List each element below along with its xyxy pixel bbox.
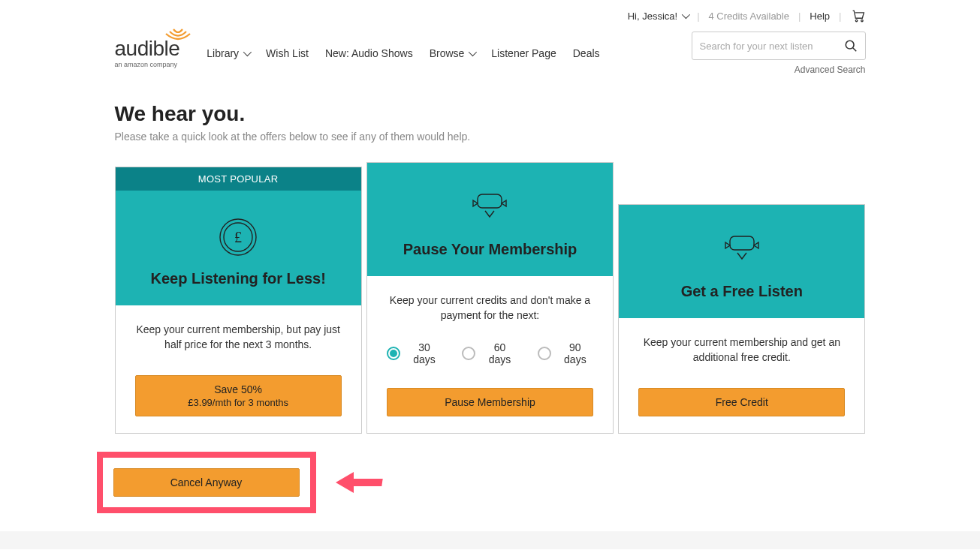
card-desc: Keep your current membership and get an … (638, 335, 845, 365)
pound-coin-icon: £ (123, 218, 354, 257)
separator: | (839, 11, 841, 22)
radio-icon (538, 347, 551, 360)
button-line1: Free Credit (648, 396, 835, 408)
chevron-down-icon (243, 48, 252, 56)
separator: | (697, 11, 699, 22)
nav-library-label: Library (207, 47, 239, 59)
header: audible an amazon company Library Wish L… (115, 27, 866, 81)
offer-card-pause: Pause Your Membership Keep your current … (366, 162, 614, 434)
main-nav: Library Wish List New: Audio Shows Brows… (207, 47, 673, 59)
button-line2: £3.99/mth for 3 months (145, 397, 332, 408)
cancel-highlight-box: Cancel Anyway (97, 452, 316, 513)
button-line1: Save 50% (145, 383, 332, 395)
button-line1: Pause Membership (397, 396, 583, 408)
credits-available: 4 Credits Available (709, 11, 789, 22)
page-title: We hear you. (115, 102, 866, 126)
most-popular-badge: MOST POPULAR (116, 167, 361, 191)
radio-icon (387, 347, 400, 360)
search-wrap: Advanced Search (692, 32, 866, 75)
search-icon[interactable] (844, 39, 858, 53)
radio-label: 90 days (557, 341, 594, 365)
logo-wave-icon (163, 28, 193, 50)
nav-wishlist[interactable]: Wish List (266, 47, 309, 59)
utility-bar: Hi, Jessica! | 4 Credits Available | Hel… (115, 0, 866, 27)
greeting-dropdown[interactable]: Hi, Jessica! (628, 11, 688, 22)
footer-strip (0, 531, 980, 549)
card-desc: Keep your current credits and don't make… (387, 293, 593, 323)
svg-point-0 (855, 20, 857, 21)
card-body: Keep your current credits and don't make… (367, 276, 613, 433)
card-title: Keep Listening for Less! (123, 270, 354, 287)
offer-card-keep-listening: MOST POPULAR £ Keep Listening for Less! … (115, 167, 362, 434)
card-header: £ Keep Listening for Less! (116, 191, 361, 305)
free-credit-button[interactable]: Free Credit (638, 388, 845, 416)
cart-icon[interactable] (851, 9, 866, 23)
pause-membership-button[interactable]: Pause Membership (387, 388, 593, 416)
card-title: Pause Your Membership (375, 241, 605, 258)
svg-point-1 (861, 20, 862, 21)
card-title: Get a Free Listen (626, 283, 857, 300)
nav-library[interactable]: Library (207, 47, 249, 59)
card-body: Keep your current membership and get an … (619, 318, 864, 433)
offer-card-free-listen: Get a Free Listen Keep your current memb… (618, 204, 865, 434)
card-body: Keep your current membership, but pay ju… (116, 305, 361, 433)
chevron-down-icon (682, 11, 690, 19)
nav-deals[interactable]: Deals (573, 47, 600, 59)
card-header: Pause Your Membership (367, 163, 613, 276)
advanced-search-link[interactable]: Advanced Search (795, 65, 866, 75)
nav-audioshows[interactable]: New: Audio Shows (325, 47, 413, 59)
arrow-annotation (336, 476, 396, 488)
cancel-section: Cancel Anyway (97, 452, 866, 531)
separator: | (798, 11, 801, 22)
card-desc: Keep your current membership, but pay ju… (135, 322, 342, 353)
page-subtitle: Please take a quick look at the offers b… (115, 131, 866, 143)
svg-text:£: £ (234, 229, 242, 245)
nav-browse[interactable]: Browse (430, 47, 475, 59)
radio-label: 30 days (406, 341, 443, 365)
pause-option-30[interactable]: 30 days (387, 341, 442, 365)
svg-line-3 (852, 48, 856, 51)
ribbon-badge-icon (626, 232, 857, 269)
cancel-anyway-button[interactable]: Cancel Anyway (113, 468, 300, 497)
pause-option-90[interactable]: 90 days (538, 341, 593, 365)
card-header: Get a Free Listen (619, 205, 864, 318)
search-box[interactable] (692, 32, 866, 60)
offer-cards: MOST POPULAR £ Keep Listening for Less! … (115, 162, 866, 434)
logo-subtext: an amazon company (115, 61, 178, 68)
nav-browse-label: Browse (430, 47, 465, 59)
help-link[interactable]: Help (810, 11, 830, 22)
nav-listenerpage[interactable]: Listener Page (491, 47, 556, 59)
radio-icon (462, 347, 475, 360)
pause-option-60[interactable]: 60 days (462, 341, 517, 365)
chevron-down-icon (469, 48, 477, 56)
save-50-button[interactable]: Save 50% £3.99/mth for 3 months (135, 375, 342, 416)
search-input[interactable] (700, 41, 844, 52)
radio-label: 60 days (481, 341, 518, 365)
svg-point-2 (846, 41, 854, 49)
pause-duration-options: 30 days 60 days 90 days (387, 341, 593, 365)
ribbon-badge-icon (375, 190, 605, 227)
greeting-label: Hi, Jessica! (628, 11, 677, 22)
logo[interactable]: audible an amazon company (115, 38, 189, 68)
button-label: Cancel Anyway (170, 476, 243, 488)
